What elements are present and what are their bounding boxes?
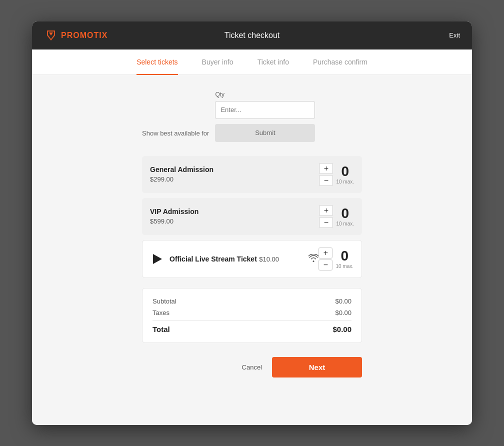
summary-divider: [152, 320, 352, 321]
subtotal-value: $0.00: [335, 298, 352, 305]
ticket-info-general: General Admission $299.00: [150, 166, 214, 183]
ticket-controls-general: + − 0 10 max.: [319, 163, 354, 186]
ticket-info-livestream: Official Live Stream Ticket $10.00: [170, 254, 302, 264]
promotix-logo-icon: [44, 28, 58, 42]
livestream-row-inner: Official Live Stream Ticket $10.00: [150, 252, 318, 266]
tab-purchase-confirm[interactable]: Purchase confirm: [313, 50, 368, 75]
logo-tix: TIX: [94, 31, 108, 40]
svg-marker-3: [153, 254, 162, 264]
taxes-value: $0.00: [335, 309, 352, 316]
qty-number-general: 0: [341, 164, 349, 180]
logo-promo: PROMO: [61, 31, 94, 40]
ticket-name-livestream: Official Live Stream Ticket: [170, 255, 257, 263]
total-value: $0.00: [332, 325, 352, 334]
logo: PROMOTIX: [44, 28, 108, 42]
qty-number-vip: 0: [341, 206, 349, 222]
wifi-icon: [308, 254, 318, 264]
qty-decrease-vip[interactable]: −: [319, 217, 333, 228]
qty-input[interactable]: [215, 101, 315, 119]
total-label: Total: [152, 325, 170, 334]
qty-increase-general[interactable]: +: [319, 163, 333, 174]
qty-max-livestream: 10 max.: [336, 264, 354, 269]
content-area: Show best available for Qty Submit Gener…: [32, 75, 472, 425]
logo-text: PROMOTIX: [61, 31, 108, 40]
qty-btns-livestream: + −: [318, 248, 332, 270]
qty-display-vip: 0 10 max.: [336, 206, 354, 227]
next-button[interactable]: Next: [272, 357, 362, 378]
qty-max-vip: 10 max.: [336, 221, 354, 226]
qty-btns-general: + −: [319, 163, 333, 186]
qty-number-livestream: 0: [340, 248, 348, 264]
qty-section: Qty Submit: [215, 91, 315, 142]
cancel-button[interactable]: Cancel: [242, 364, 262, 371]
main-form: Show best available for Qty Submit Gener…: [142, 91, 362, 378]
best-available-section: Show best available for Qty Submit: [142, 91, 362, 142]
best-available-label: Show best available for: [142, 130, 209, 142]
qty-decrease-livestream[interactable]: −: [318, 260, 332, 270]
qty-display-general: 0 10 max.: [336, 164, 354, 185]
ticket-controls-vip: + − 0 10 max.: [319, 205, 354, 228]
nav-tabs: Select tickets Buyer info Ticket info Pu…: [32, 50, 472, 75]
play-icon: [150, 252, 164, 266]
qty-btns-vip: + −: [319, 205, 333, 228]
ticket-checkout-window: PROMOTIX Ticket checkout Exit Select tic…: [32, 22, 472, 425]
header: PROMOTIX Ticket checkout Exit: [32, 22, 472, 50]
ticket-row-livestream: Official Live Stream Ticket $10.00: [142, 240, 362, 278]
page-title: Ticket checkout: [224, 31, 280, 40]
ticket-row-general: General Admission $299.00 + − 0 10 max.: [142, 156, 362, 193]
qty-increase-livestream[interactable]: +: [318, 248, 332, 258]
subtotal-label: Subtotal: [152, 298, 176, 305]
footer-actions: Cancel Next: [142, 357, 362, 378]
qty-label: Qty: [215, 91, 315, 98]
qty-increase-vip[interactable]: +: [319, 205, 333, 216]
total-row: Total $0.00: [152, 325, 352, 334]
ticket-name-vip: VIP Admission: [150, 208, 198, 216]
subtotal-row: Subtotal $0.00: [152, 298, 352, 305]
qty-display-livestream: 0 10 max.: [336, 248, 354, 270]
order-summary: Subtotal $0.00 Taxes $0.00 Total $0.00: [142, 288, 362, 343]
taxes-row: Taxes $0.00: [152, 309, 352, 316]
taxes-label: Taxes: [152, 309, 170, 316]
ticket-row-vip: VIP Admission $599.00 + − 0 10 max.: [142, 198, 362, 235]
qty-decrease-general[interactable]: −: [319, 175, 333, 186]
tab-buyer-info[interactable]: Buyer info: [202, 50, 234, 75]
submit-button[interactable]: Submit: [215, 124, 315, 142]
tab-ticket-info[interactable]: Ticket info: [258, 50, 289, 75]
tab-select-tickets[interactable]: Select tickets: [136, 50, 178, 75]
ticket-info-vip: VIP Admission $599.00: [150, 208, 198, 225]
ticket-name-general: General Admission: [150, 166, 214, 174]
ticket-price-livestream: $10.00: [259, 256, 279, 263]
qty-max-general: 10 max.: [336, 179, 354, 184]
ticket-price-vip: $599.00: [150, 218, 198, 225]
exit-button[interactable]: Exit: [449, 32, 460, 39]
ticket-controls-livestream: + − 0 10 max.: [318, 248, 354, 270]
ticket-price-general: $299.00: [150, 176, 214, 183]
